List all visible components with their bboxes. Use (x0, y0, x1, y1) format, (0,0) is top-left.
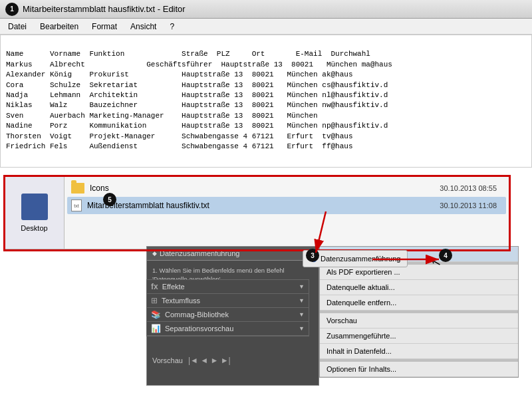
step-3-badge: 3 (306, 249, 319, 262)
step-5-badge: 5 (103, 193, 116, 206)
editor-content: Name Vorname Funktion Straße PLZ Ort E-M… (6, 50, 392, 150)
library-icon: 📚 (151, 310, 161, 319)
menu-item-optionen[interactable]: Optionen für Inhalts... (320, 362, 518, 377)
daten-nav-icons[interactable]: |◄ ◄ ► ►| (188, 356, 231, 365)
menu-help[interactable]: ? (164, 21, 180, 33)
menu-datei[interactable]: Datei (3, 21, 32, 33)
fx-label: Effekte (162, 283, 295, 291)
zusammen-label: Zusammengeführte... (327, 332, 396, 340)
menu-item-inhalt[interactable]: Inhalt in Datenfeld... (320, 344, 518, 359)
folder-icon (71, 183, 84, 194)
desktop-icon (21, 194, 48, 220)
daten-preview-label: Vorschau (152, 356, 183, 364)
separation-item[interactable]: 📊 Separationsvorschau ▼ (147, 322, 309, 336)
library-item[interactable]: 📚 Commag-Bibliothek ▼ (147, 308, 309, 322)
file-explorer-sidebar: Desktop (5, 177, 65, 249)
daten-sidebar-items: fx Effekte ▼ ⊞ Textumfluss ▼ 📚 Commag-Bi… (146, 279, 309, 336)
textflow-icon: ⊞ (151, 296, 158, 305)
inhalt-label: Inhalt in Datenfeld... (327, 347, 392, 355)
file-name-icons: Icons (90, 184, 434, 193)
menu-ansicht[interactable]: Ansicht (125, 21, 162, 33)
file-row-icons[interactable]: Icons 30.10.2013 08:55 (67, 180, 506, 197)
daten-panel-title: Datenzusammenführung (160, 249, 239, 257)
desktop-label: Desktop (21, 224, 47, 232)
file-date-icons: 30.10.2013 08:55 (440, 184, 497, 192)
menu-item-aktuali[interactable]: Datenquelle aktuali... (320, 280, 518, 295)
file-date-txt: 30.10.2013 11:08 (440, 201, 497, 209)
txt-file-icon: txt (71, 200, 82, 211)
file-list: Icons 30.10.2013 08:55 txt Mitarbeiterst… (65, 177, 509, 249)
fx-expand: ▼ (299, 283, 305, 290)
menu-format[interactable]: Format (86, 21, 122, 33)
textflow-label: Textumfluss (162, 297, 295, 305)
entfern-label: Datenquelle entfern... (327, 299, 396, 307)
daten-popup-label: Datenzusammenführung (321, 255, 400, 263)
library-label: Commag-Bibliothek (165, 311, 295, 319)
vorschau-label: Vorschau (327, 317, 357, 325)
fx-item[interactable]: fx Effekte ▼ (147, 280, 309, 294)
separation-expand: ▼ (299, 325, 305, 332)
step-1-badge: 1 (5, 3, 19, 16)
menu-bearbeiten[interactable]: Bearbeiten (35, 21, 84, 33)
title-bar: 1 Mitarbeiterstammblatt hausfiktiv.txt -… (0, 0, 532, 19)
menu-item-entfern[interactable]: Datenquelle entfern... (320, 295, 518, 311)
menu-item-vorschau[interactable]: Vorschau (320, 313, 518, 329)
pdf-label: Als PDF exportieren ... (327, 268, 400, 276)
fx-icon: fx (151, 282, 158, 291)
step-4-badge: 4 (439, 249, 452, 262)
separation-label: Separationsvorschau (165, 325, 295, 332)
library-expand: ▼ (299, 311, 305, 318)
daten-preview-bar: Vorschau |◄ ◄ ► ►| (152, 356, 313, 365)
menu-item-zusammen[interactable]: Zusammengeführte... (320, 329, 518, 344)
separation-icon: 📊 (151, 324, 161, 333)
menu-bar: Datei Bearbeiten Format Ansicht ? (0, 19, 532, 35)
file-explorer: Desktop Icons 30.10.2013 08:55 txt Mitar… (4, 176, 509, 249)
text-editor[interactable]: Name Vorname Funktion Straße PLZ Ort E-M… (0, 35, 532, 168)
daten-panel-header: ◆ Datenzusammenführung (147, 247, 319, 261)
textflow-item[interactable]: ⊞ Textumfluss ▼ (147, 294, 309, 308)
textflow-expand: ▼ (299, 297, 305, 304)
aktuali-label: Datenquelle aktuali... (327, 283, 395, 291)
optionen-label: Optionen für Inhalts... (327, 365, 396, 373)
file-row-txt[interactable]: txt Mitarbeiterstammblatt hausfiktiv.txt… (67, 197, 506, 214)
window-title: Mitarbeiterstammblatt hausfiktiv.txt - E… (23, 4, 186, 14)
file-name-txt: Mitarbeiterstammblatt hausfiktiv.txt (87, 201, 434, 210)
